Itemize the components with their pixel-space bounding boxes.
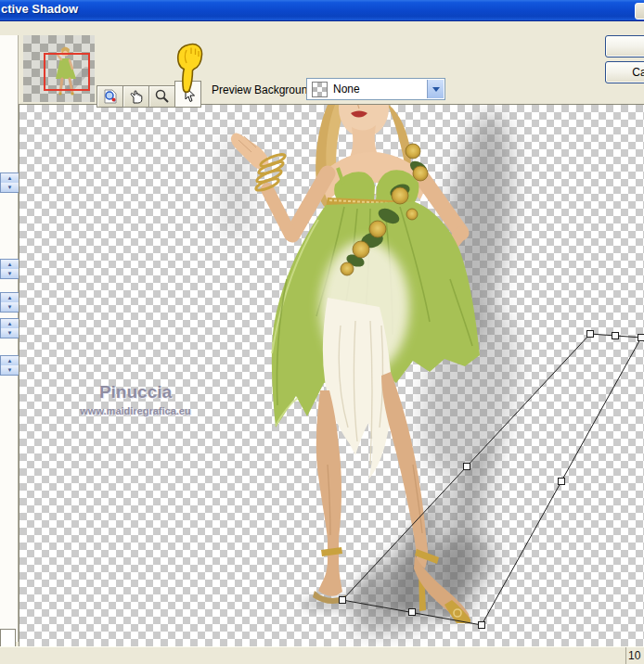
proxy-view-rectangle[interactable] [44, 53, 90, 91]
preview-background-value: None [333, 83, 360, 96]
titlebar-button-partial[interactable] [635, 3, 644, 19]
bottom-strip [0, 646, 644, 664]
left-controls-panel [0, 35, 19, 642]
window-title: ctive Shadow [1, 2, 78, 16]
spin-down-button[interactable]: ▼ [1, 269, 19, 278]
cancel-button[interactable]: Cancel [605, 61, 644, 83]
watermark: Pinuccia Pinuccia www.maidiregrafica.eu … [79, 382, 191, 417]
svg-text:www.maidiregrafica.eu: www.maidiregrafica.eu [79, 405, 190, 416]
corner-box [0, 629, 16, 647]
perspective-shadow-dialog: ctive Shadow ▲▼ ▲▼ ▲▼ ▲▼ ▲▼ [0, 0, 644, 664]
spin-control[interactable]: ▲▼ [0, 355, 19, 376]
spin-control[interactable]: ▲▼ [0, 172, 19, 193]
preview-background-label: Preview Background: [212, 83, 316, 96]
combobox-dropdown-button[interactable] [427, 80, 444, 98]
shadow-handle[interactable] [340, 597, 346, 604]
shadow-handle[interactable] [612, 333, 619, 339]
navigator-thumbnail[interactable] [23, 35, 95, 102]
pan-button[interactable] [122, 85, 149, 108]
chevron-down-icon [432, 87, 440, 92]
title-bar: ctive Shadow [0, 0, 644, 21]
transparency-checker-icon [312, 82, 328, 97]
pan-hand-icon [127, 88, 146, 105]
spin-down-button[interactable]: ▼ [1, 328, 19, 338]
shadow-handle[interactable] [638, 335, 644, 341]
zoom-button[interactable] [148, 85, 175, 108]
spin-control[interactable]: ▲▼ [0, 259, 19, 279]
shadow-handle[interactable] [559, 479, 565, 485]
bottom-divider [625, 647, 626, 664]
navigate-icon [101, 88, 120, 105]
spin-down-button[interactable]: ▼ [1, 183, 19, 192]
shadow-handle[interactable] [587, 331, 594, 338]
shadow-handle[interactable] [464, 464, 470, 470]
shadow-handle[interactable] [409, 609, 416, 616]
shadow-handle[interactable] [479, 622, 485, 629]
preview-scene: Pinuccia Pinuccia www.maidiregrafica.eu … [19, 105, 644, 646]
preview-area[interactable]: Pinuccia Pinuccia www.maidiregrafica.eu … [19, 104, 644, 647]
zoom-tool-icon [153, 88, 172, 105]
ok-button[interactable] [605, 35, 644, 57]
spin-down-button[interactable]: ▼ [1, 365, 19, 375]
spin-control[interactable]: ▲▼ [0, 292, 19, 313]
preview-background-combobox[interactable]: None [306, 78, 445, 100]
svg-text:Pinuccia: Pinuccia [99, 382, 173, 402]
status-value: 10 [628, 649, 643, 662]
spin-down-button[interactable]: ▼ [1, 302, 19, 312]
navigate-button[interactable] [97, 85, 123, 108]
spin-control[interactable]: ▲▼ [0, 318, 19, 338]
pointing-hand-cursor [175, 43, 203, 96]
